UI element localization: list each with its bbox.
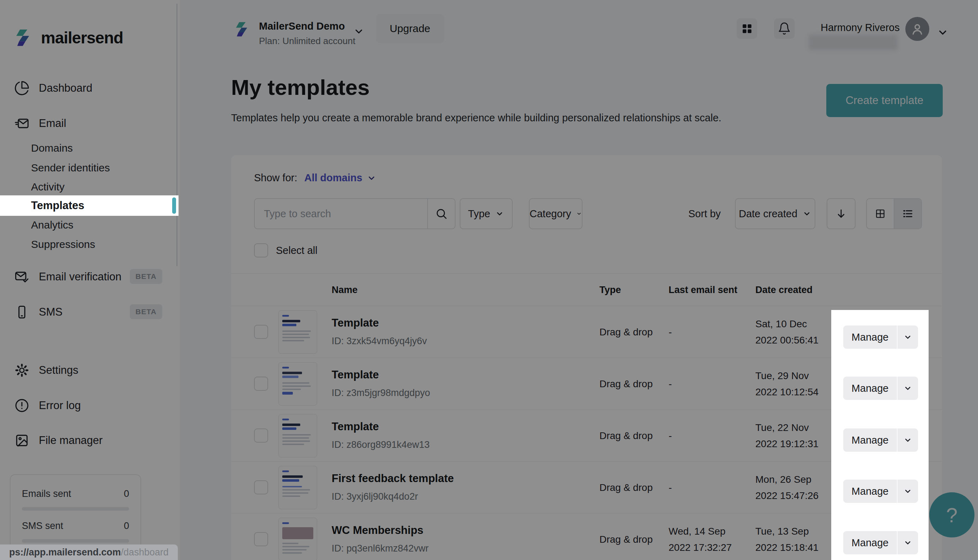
sidebar-item-templates-active[interactable]: Templates [0,195,179,216]
status-url-path: /dashboard [121,547,169,558]
manage-dropdown-button[interactable] [897,531,918,554]
manage-button[interactable]: Manage [843,377,918,400]
manage-button[interactable]: Manage [843,480,918,503]
manage-dropdown-button[interactable] [897,480,918,503]
chevron-down-icon [903,384,912,393]
chevron-down-icon [903,435,912,445]
manage-button[interactable]: Manage [843,428,918,452]
status-url-host: ps://app.mailersend.com [9,547,121,558]
browser-status-bar: ps://app.mailersend.com/dashboard [0,545,178,560]
manage-column-spotlight: Manage Manage Manage Manage [831,310,929,560]
manage-dropdown-button[interactable] [897,428,918,452]
manage-button[interactable]: Manage [843,531,918,554]
chevron-down-icon [903,333,912,342]
mailersend-app: mailersend Dashboard Email Domains Sende… [0,0,978,560]
manage-button[interactable]: Manage [843,325,918,349]
manage-dropdown-button[interactable] [897,377,918,400]
manage-dropdown-button[interactable] [897,325,918,349]
chevron-down-icon [903,487,912,496]
chevron-down-icon [903,538,912,547]
active-item-indicator [172,197,176,214]
